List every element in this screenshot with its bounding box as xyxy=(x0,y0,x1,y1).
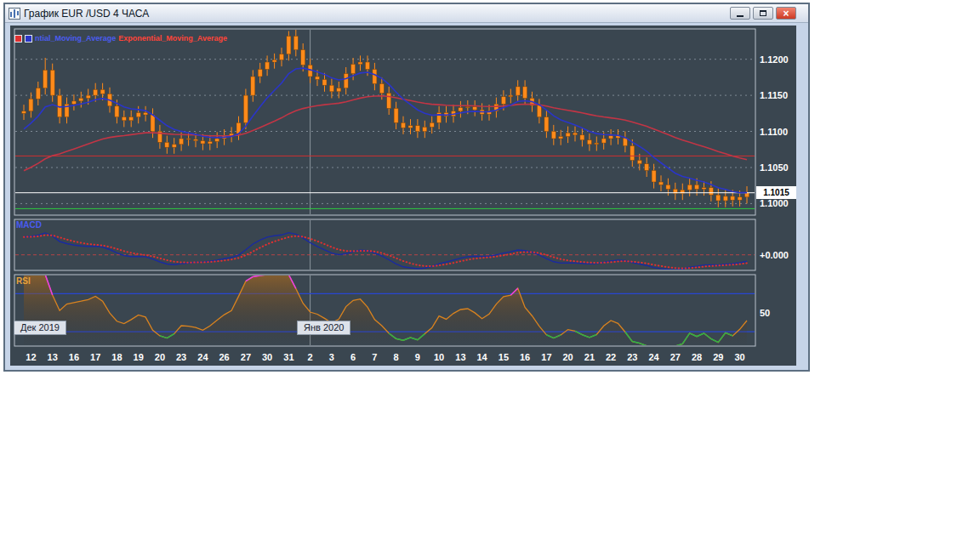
rsi-fill xyxy=(24,275,747,346)
maximize-icon xyxy=(760,10,766,16)
x-axis-label: 30 xyxy=(734,352,744,362)
x-axis-label: 2 xyxy=(308,352,313,362)
month-badge-dec: Дек 2019 xyxy=(14,321,66,335)
window-title: График EUR /USD 4 ЧАСА xyxy=(24,8,726,20)
x-axis-label: 15 xyxy=(499,352,509,362)
x-axis-label: 10 xyxy=(434,352,444,362)
x-axis-label: 12 xyxy=(26,352,36,362)
x-axis-label: 29 xyxy=(713,352,723,362)
x-axis-label: 28 xyxy=(692,352,702,362)
x-axis-label: 6 xyxy=(350,352,356,362)
maximize-button[interactable] xyxy=(753,7,773,20)
price-axis-label: 1.1100 xyxy=(760,127,788,137)
rsi-panel-label: RSI xyxy=(16,276,31,286)
x-axis-label: 24 xyxy=(197,352,208,362)
x-axis-label: 27 xyxy=(670,352,681,362)
x-axis-label: 26 xyxy=(219,352,229,362)
minimize-icon xyxy=(737,15,744,17)
ema-fast-legend-swatch[interactable] xyxy=(25,35,32,43)
x-axis-label: 14 xyxy=(476,352,487,362)
minimize-button[interactable] xyxy=(730,7,750,20)
x-axis-label: 18 xyxy=(111,352,122,362)
x-axis-label: 23 xyxy=(627,352,637,362)
x-axis-label: 16 xyxy=(520,352,530,362)
x-axis-label: 20 xyxy=(562,352,573,362)
price-axis-label: 1.1000 xyxy=(760,198,789,208)
x-axis-label: 7 xyxy=(372,352,377,362)
candles-layer xyxy=(22,30,749,207)
ema-slow-legend-swatch[interactable] xyxy=(14,35,22,43)
x-axis-label: 19 xyxy=(134,352,144,362)
rsi-axis-label: 50 xyxy=(760,308,770,318)
x-axis-label: 13 xyxy=(48,352,58,362)
close-icon: × xyxy=(783,9,789,19)
x-axis-label: 17 xyxy=(541,352,551,362)
chart-canvas[interactable]: 1.12001.11501.11001.10501.1000+0.0005012… xyxy=(10,26,796,366)
x-axis-label: 3 xyxy=(329,352,334,362)
panel-border xyxy=(14,29,755,215)
window-controls: × xyxy=(730,7,796,20)
x-axis-label: 27 xyxy=(241,352,251,362)
x-axis-label: 22 xyxy=(606,352,616,362)
x-axis-label: 8 xyxy=(394,352,399,362)
x-axis-label: 21 xyxy=(584,352,595,362)
x-axis-label: 24 xyxy=(648,352,659,362)
chart-window-icon xyxy=(9,8,20,20)
x-axis-label: 20 xyxy=(155,352,165,362)
chart-client-area[interactable]: 1.12001.11501.11001.10501.1000+0.0005012… xyxy=(10,26,796,366)
x-axis-label: 13 xyxy=(455,352,465,362)
x-axis-label: 23 xyxy=(176,352,186,362)
price-axis-label: 1.1050 xyxy=(760,162,789,173)
macd-line xyxy=(24,233,747,270)
ema-fast-line xyxy=(24,68,747,193)
price-axis-label: 1.1150 xyxy=(760,90,788,100)
x-axis-label: 30 xyxy=(262,352,272,362)
macd-panel-label: MACD xyxy=(16,220,42,230)
chart-window: График EUR /USD 4 ЧАСА × 1.12001.11501.1… xyxy=(3,3,810,372)
x-axis-label: 9 xyxy=(415,352,420,362)
x-axis-label: 31 xyxy=(283,352,293,362)
price-axis-label: 1.1200 xyxy=(760,54,789,65)
window-titlebar[interactable]: График EUR /USD 4 ЧАСА × xyxy=(5,4,808,23)
ema-slow-line xyxy=(24,96,747,171)
x-axis-label: 17 xyxy=(90,352,100,362)
current-price-tag: 1.1015 xyxy=(756,186,796,199)
month-badge-jan: Янв 2020 xyxy=(297,321,350,335)
close-button[interactable]: × xyxy=(776,7,796,20)
x-axis-label: 16 xyxy=(69,352,79,362)
macd-axis-label: +0.000 xyxy=(760,250,789,260)
